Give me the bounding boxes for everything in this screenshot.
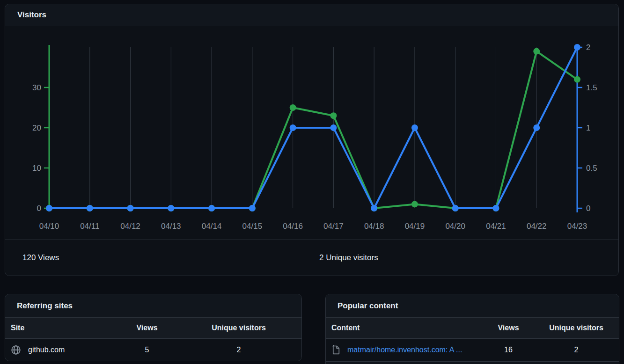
svg-text:04/15: 04/15 bbox=[242, 222, 263, 231]
total-unique-visitors-label: 2 Unique visitors bbox=[319, 253, 378, 262]
popular-content-title: Popular content bbox=[338, 301, 398, 311]
globe-icon bbox=[11, 345, 21, 355]
visitors-card-header: Visitors bbox=[5, 4, 618, 26]
referring-site-unique: 2 bbox=[176, 346, 301, 354]
svg-text:0: 0 bbox=[37, 204, 41, 213]
popular-content-unique: 2 bbox=[534, 346, 619, 354]
svg-text:04/22: 04/22 bbox=[527, 222, 547, 231]
svg-text:04/16: 04/16 bbox=[283, 222, 303, 231]
visitors-chart-area: 010203000.511.5204/1004/1104/1204/1304/1… bbox=[5, 26, 618, 239]
column-header-content: Content bbox=[326, 324, 483, 332]
referring-site-views: 5 bbox=[118, 346, 176, 354]
svg-text:1.5: 1.5 bbox=[586, 83, 597, 92]
column-header-unique-visitors: Unique visitors bbox=[534, 324, 619, 332]
column-header-views: Views bbox=[483, 324, 534, 332]
svg-text:10: 10 bbox=[32, 164, 41, 173]
visitors-card-footer: 120 Views 2 Unique visitors bbox=[5, 240, 618, 276]
svg-text:30: 30 bbox=[32, 83, 41, 92]
column-header-views: Views bbox=[118, 324, 176, 332]
referring-site-name: github.com bbox=[28, 346, 65, 354]
table-row: github.com 5 2 bbox=[5, 339, 301, 361]
referring-sites-header: Referring sites bbox=[5, 294, 301, 318]
svg-text:0: 0 bbox=[586, 204, 590, 213]
table-row: matmair/home.invenhost.com: A ... 16 2 bbox=[326, 339, 619, 361]
referring-sites-table-header: Site Views Unique visitors bbox=[5, 318, 301, 339]
popular-content-table-header: Content Views Unique visitors bbox=[326, 318, 619, 339]
popular-content-views: 16 bbox=[483, 346, 534, 354]
visitors-title: Visitors bbox=[17, 10, 46, 20]
column-header-site: Site bbox=[5, 324, 118, 332]
file-icon bbox=[331, 345, 341, 355]
svg-text:04/17: 04/17 bbox=[323, 222, 344, 231]
svg-text:04/10: 04/10 bbox=[39, 222, 59, 231]
svg-text:04/11: 04/11 bbox=[80, 222, 99, 231]
svg-text:04/23: 04/23 bbox=[567, 222, 587, 231]
next-table-row-clipped bbox=[326, 361, 619, 364]
popular-content-link[interactable]: matmair/home.invenhost.com: A ... bbox=[347, 346, 462, 354]
visitors-card: Visitors 010203000.511.5204/1004/1104/12… bbox=[5, 4, 619, 276]
svg-text:1: 1 bbox=[586, 124, 590, 132]
svg-text:04/19: 04/19 bbox=[405, 222, 425, 231]
visitors-line-chart[interactable]: 010203000.511.5204/1004/1104/1204/1304/1… bbox=[5, 26, 618, 239]
svg-text:04/20: 04/20 bbox=[445, 222, 465, 231]
total-views-label: 120 Views bbox=[22, 253, 59, 262]
popular-content-card: Popular content Content Views Unique vis… bbox=[325, 294, 619, 364]
column-header-unique-visitors: Unique visitors bbox=[176, 324, 301, 332]
svg-text:20: 20 bbox=[32, 124, 41, 132]
svg-text:04/12: 04/12 bbox=[120, 222, 140, 231]
referring-sites-title: Referring sites bbox=[17, 301, 73, 311]
svg-text:04/18: 04/18 bbox=[364, 222, 384, 231]
svg-text:04/14: 04/14 bbox=[202, 222, 222, 231]
svg-text:0.5: 0.5 bbox=[586, 164, 597, 173]
svg-text:04/21: 04/21 bbox=[486, 222, 506, 231]
referring-sites-card: Referring sites Site Views Unique visito… bbox=[5, 294, 302, 361]
svg-text:04/13: 04/13 bbox=[161, 222, 181, 231]
popular-content-header: Popular content bbox=[326, 294, 619, 318]
svg-text:2: 2 bbox=[586, 43, 590, 52]
